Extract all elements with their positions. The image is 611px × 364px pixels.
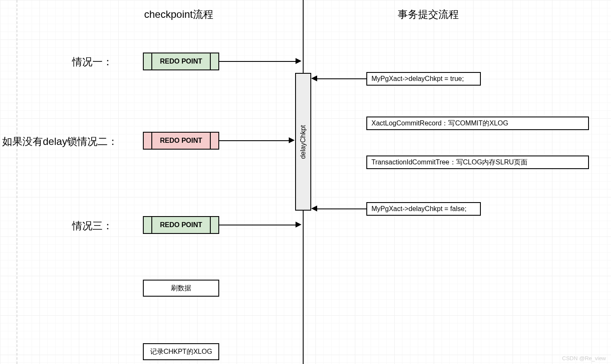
clog-box: TransactionIdCommitTree：写CLOG内存SLRU页面 (366, 156, 589, 169)
watermark: CSDN @Re_view (562, 355, 606, 361)
case2-label: 如果没有delay锁情况二： (2, 135, 118, 148)
arrow-case3-head (296, 222, 301, 228)
redo-point-2-text: REDO POINT (160, 137, 202, 144)
header-left: checkpoint流程 (144, 8, 213, 21)
arrow-delay-false (317, 208, 366, 209)
dashed-guide-line (17, 0, 17, 364)
arrow-case3 (219, 225, 296, 225)
delay-chkpt-box: delayChkpt (295, 73, 311, 211)
arrow-case1-head (296, 58, 301, 64)
delay-false-box: MyPgXact->delayChkpt = false; (366, 202, 481, 216)
delay-true-box: MyPgXact->delayChkpt = true; (366, 72, 481, 86)
redo-point-1-text: REDO POINT (160, 58, 202, 65)
arrow-case2 (219, 140, 289, 141)
flush-box: 刷数据 (143, 280, 219, 297)
redo-point-3: REDO POINT (143, 216, 219, 234)
delay-false-text: MyPgXact->delayChkpt = false; (371, 205, 466, 213)
case3-label: 情况三： (72, 219, 113, 233)
arrow-case1 (219, 61, 296, 62)
redo-point-3-text: REDO POINT (160, 221, 202, 229)
delay-chkpt-text: delayChkpt (299, 125, 307, 158)
xlog-box: XactLogCommitRecord：写COMMIT的XLOG (366, 117, 589, 130)
arrow-delay-false-head (311, 206, 317, 211)
arrow-delay-true-head (311, 75, 317, 81)
redo-point-1: REDO POINT (143, 53, 219, 70)
delay-true-text: MyPgXact->delayChkpt = true; (371, 75, 464, 83)
xlog-text: XactLogCommitRecord：写COMMIT的XLOG (371, 119, 508, 128)
arrow-case2-head (289, 137, 295, 143)
record-text: 记录CHKPT的XLOG (150, 347, 212, 356)
record-box: 记录CHKPT的XLOG (143, 343, 219, 360)
case1-label: 情况一： (72, 55, 113, 69)
flush-text: 刷数据 (171, 284, 191, 293)
clog-text: TransactionIdCommitTree：写CLOG内存SLRU页面 (371, 158, 527, 167)
header-right: 事务提交流程 (398, 8, 459, 21)
arrow-delay-true (317, 78, 366, 79)
redo-point-2: REDO POINT (143, 132, 219, 150)
